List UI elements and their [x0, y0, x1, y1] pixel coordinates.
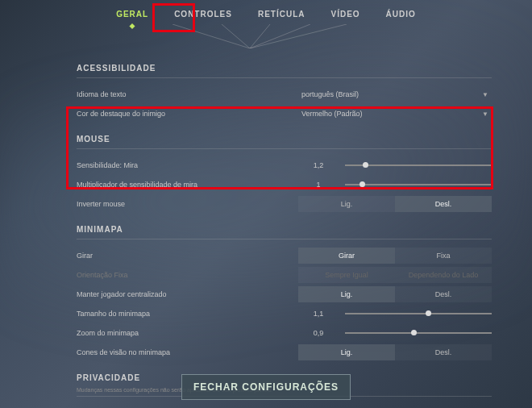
fixed-orientation-toggle: Sempre Igual Dependendo do Lado [298, 267, 492, 283]
invert-mouse-label: Inverter mouse [77, 200, 298, 208]
tab-video[interactable]: VÍDEO [326, 6, 364, 22]
divider [77, 148, 492, 149]
scope-multiplier-value[interactable]: 1 [298, 181, 339, 189]
keep-centered-label: Manter jogador centralizado [77, 290, 298, 298]
scope-multiplier-slider[interactable] [345, 184, 492, 185]
close-settings-button[interactable]: FECHAR CONFIGURAÇÕES [181, 374, 351, 400]
keep-centered-off[interactable]: Desl. [395, 286, 492, 302]
orient-opt-b: Dependendo do Lado [395, 267, 492, 283]
minimap-zoom-value[interactable]: 0,9 [298, 329, 339, 337]
keep-centered-on[interactable]: Lig. [298, 286, 395, 302]
tab-reticula[interactable]: RETÍCULA [253, 6, 310, 22]
section-minimap-title: MINIMAPA [77, 220, 492, 234]
section-mouse-title: MOUSE [77, 130, 492, 144]
keep-centered-toggle: Lig. Desl. [298, 286, 492, 302]
sensitivity-slider[interactable] [345, 164, 492, 166]
minimap-zoom-label: Zoom do minimapa [77, 329, 298, 337]
slider-thumb[interactable] [360, 181, 365, 187]
sensitivity-value[interactable]: 1,2 [298, 161, 339, 169]
minimap-size-label: Tamanho do minimapa [77, 310, 298, 318]
text-language-dropdown[interactable]: português (Brasil) ▼ [298, 86, 492, 102]
tab-geral[interactable]: GERAL [111, 6, 153, 22]
rotate-opt-b[interactable]: Fixa [395, 248, 492, 264]
enemy-color-label: Cor de destaque do inimigo [77, 110, 298, 118]
chevron-down-icon: ▼ [482, 110, 488, 118]
tabs-bar: GERAL CONTROLES RETÍCULA VÍDEO ÁUDIO [0, 0, 532, 33]
divider [77, 239, 492, 239]
minimap-size-value[interactable]: 1,1 [298, 310, 339, 318]
vision-cones-off[interactable]: Desl. [395, 344, 492, 360]
tab-audio[interactable]: ÁUDIO [381, 6, 421, 22]
chevron-down-icon: ▼ [482, 91, 488, 98]
rotate-label: Girar [77, 252, 298, 260]
text-language-value: português (Brasil) [301, 90, 359, 98]
tab-controles[interactable]: CONTROLES [169, 6, 237, 22]
vision-cones-toggle: Lig. Desl. [298, 344, 492, 360]
minimap-size-slider[interactable] [345, 313, 492, 314]
invert-mouse-toggle: Lig. Desl. [298, 196, 492, 212]
vision-cones-on[interactable]: Lig. [298, 344, 395, 360]
minimap-zoom-slider[interactable] [345, 332, 492, 334]
divider [77, 77, 492, 78]
rotate-toggle: Girar Fixa [298, 248, 492, 264]
orient-opt-a: Sempre Igual [298, 267, 395, 283]
fixed-orientation-label: Orientação Fixa [77, 271, 298, 279]
enemy-color-value: Vermelho (Padrão) [301, 110, 363, 118]
invert-mouse-on[interactable]: Lig. [298, 196, 395, 212]
section-accessibility-title: ACESSIBILIDADE [77, 59, 492, 73]
enemy-color-dropdown[interactable]: Vermelho (Padrão) ▼ [298, 106, 492, 122]
slider-thumb[interactable] [411, 330, 417, 335]
invert-mouse-off[interactable]: Desl. [395, 196, 492, 212]
settings-content: ACESSIBILIDADE Idioma de texto português… [0, 33, 532, 397]
slider-thumb[interactable] [363, 162, 368, 168]
slider-thumb[interactable] [426, 310, 431, 316]
vision-cones-label: Cones de visão no minimapa [77, 348, 298, 356]
rotate-opt-a[interactable]: Girar [298, 248, 395, 264]
scope-multiplier-label: Multiplicador de sensibilidade de mira [77, 181, 298, 189]
text-language-label: Idioma de texto [77, 90, 298, 98]
sensitivity-label: Sensibilidade: Mira [77, 161, 298, 169]
